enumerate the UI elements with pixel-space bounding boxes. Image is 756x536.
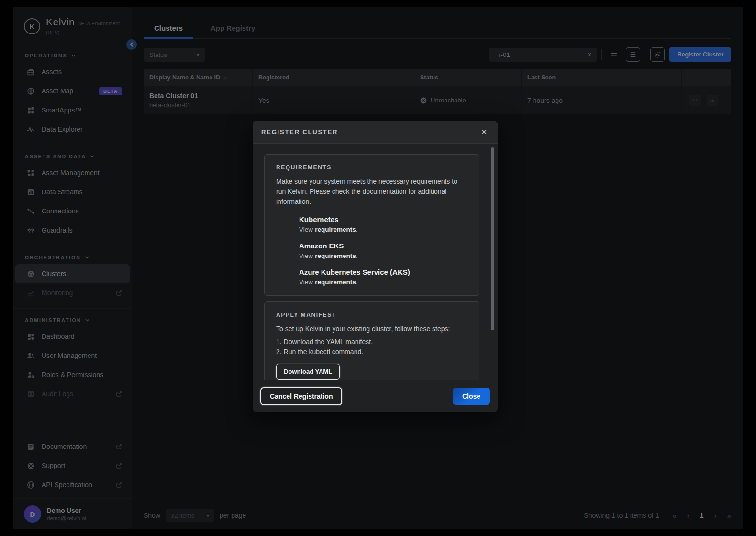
- cancel-registration-button[interactable]: Cancel Registration: [260, 387, 342, 405]
- modal-scrollbar[interactable]: [491, 147, 494, 330]
- platform-amazon-eks: Amazon EKS Viewrequirements.: [299, 242, 467, 259]
- platform-kubernetes: Kubernetes Viewrequirements.: [299, 215, 467, 233]
- platform-azure-aks: Azure Kubernetes Service (AKS) Viewrequi…: [299, 268, 467, 286]
- dialog-title: REGISTER CLUSTER: [261, 128, 338, 135]
- requirements-card: REQUIREMENTS Make sure your system meets…: [264, 154, 479, 296]
- download-yaml-button[interactable]: Download YAML: [276, 364, 340, 380]
- apply-manifest-intro: To set up Kelvin in your existing cluste…: [276, 324, 467, 334]
- close-icon[interactable]: ✕: [479, 126, 489, 138]
- dialog-body: REQUIREMENTS Make sure your system meets…: [253, 144, 498, 380]
- register-cluster-dialog: REGISTER CLUSTER ✕ REQUIREMENTS Make sur…: [253, 121, 498, 412]
- dialog-header: REGISTER CLUSTER ✕: [253, 121, 498, 144]
- dialog-footer: Cancel Registration Close: [253, 380, 498, 412]
- requirements-description: Make sure your system meets the necessar…: [276, 177, 467, 207]
- manifest-step-1: 1. Download the YAML manifest.: [276, 337, 467, 347]
- close-button[interactable]: Close: [453, 388, 490, 405]
- view-requirements-link[interactable]: requirements: [315, 252, 356, 259]
- view-requirements-link[interactable]: requirements: [315, 279, 356, 286]
- view-requirements-link[interactable]: requirements: [315, 226, 356, 233]
- apply-manifest-card: APPLY MANIFEST To set up Kelvin in your …: [264, 302, 479, 380]
- manifest-step-2: 2. Run the kubectl command.: [276, 347, 467, 357]
- requirements-heading: REQUIREMENTS: [276, 164, 467, 171]
- apply-manifest-heading: APPLY MANIFEST: [276, 312, 467, 318]
